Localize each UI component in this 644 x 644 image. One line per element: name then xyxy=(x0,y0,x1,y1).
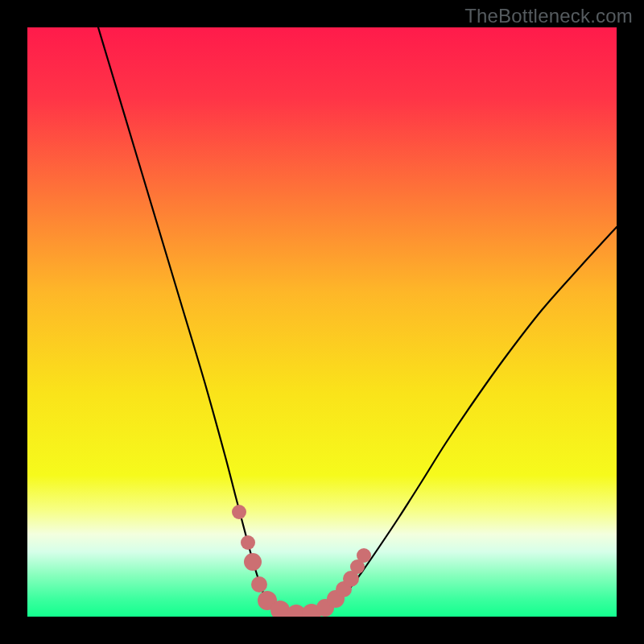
optimum-marker xyxy=(241,535,255,550)
optimum-marker xyxy=(357,548,371,563)
bottleneck-chart xyxy=(27,27,617,617)
optimum-marker xyxy=(251,576,267,592)
plot-area xyxy=(27,27,617,617)
optimum-marker xyxy=(232,505,246,519)
watermark-label: TheBottleneck.com xyxy=(464,5,633,27)
gradient-background xyxy=(27,27,617,617)
outer-frame: TheBottleneck.com xyxy=(0,0,644,644)
optimum-marker xyxy=(244,553,262,571)
